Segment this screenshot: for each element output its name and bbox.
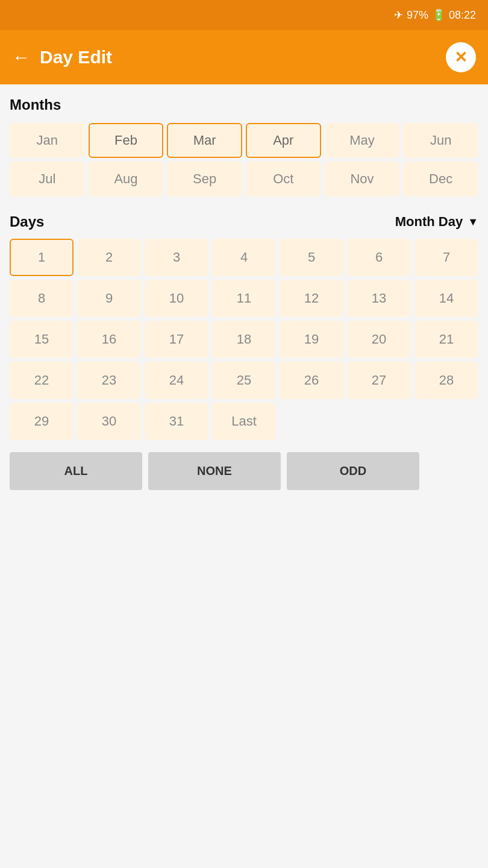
day-cell[interactable]: 29 [10,403,74,440]
day-cell[interactable]: 27 [347,362,411,399]
day-cell[interactable]: 26 [280,362,343,399]
day-cell[interactable]: 1 [10,239,74,276]
months-section-label: Months [10,96,478,113]
month-cell[interactable]: Feb [89,123,164,158]
day-cell[interactable]: 22 [10,362,74,399]
day-cell[interactable]: 6 [347,239,411,276]
battery-icon: 🔋 [432,8,445,22]
day-cell[interactable]: 4 [212,239,276,276]
month-day-label: Month Day [395,214,463,230]
month-cell[interactable]: Jun [403,123,478,158]
day-cell[interactable]: 16 [77,321,141,358]
month-cell[interactable]: Dec [403,162,478,197]
day-grid: 1234567891011121314151617181920212223242… [10,239,478,440]
day-cell[interactable]: 5 [280,239,343,276]
top-bar: ← Day Edit ✕ [0,30,488,84]
airplane-icon: ✈ [394,8,403,22]
status-bar: ✈ 97% 🔋 08:22 [0,0,488,30]
day-cell[interactable]: 20 [347,321,411,358]
day-cell[interactable]: 18 [212,321,276,358]
day-cell[interactable]: 9 [77,280,141,317]
days-header: Days Month Day ▼ [10,213,478,230]
month-cell[interactable]: Mar [167,123,242,158]
battery-percent: 97% [407,9,428,22]
status-bar-right: ✈ 97% 🔋 08:22 [394,8,476,22]
day-cell[interactable]: 25 [212,362,276,399]
page-title: Day Edit [40,47,112,68]
day-cell[interactable]: 12 [280,280,343,317]
chevron-down-icon: ▼ [468,216,478,228]
day-cell[interactable]: 10 [145,280,208,317]
day-cell[interactable]: 2 [77,239,141,276]
day-cell[interactable]: 13 [347,280,411,317]
month-cell[interactable]: Oct [246,162,321,197]
close-icon: ✕ [454,49,468,65]
clock-time: 08:22 [449,9,476,22]
month-cell[interactable]: Sep [167,162,242,197]
day-cell[interactable]: 24 [145,362,208,399]
day-cell[interactable]: 23 [77,362,141,399]
all-button[interactable]: ALL [10,452,142,490]
day-cell[interactable]: 8 [10,280,74,317]
day-cell[interactable]: 19 [280,321,343,358]
close-button[interactable]: ✕ [446,42,476,72]
month-cell[interactable]: Aug [89,162,164,197]
days-section-label: Days [10,213,44,230]
day-cell[interactable]: 28 [414,362,478,399]
day-cell[interactable]: 15 [10,321,74,358]
day-cell[interactable]: 17 [145,321,208,358]
day-cell[interactable]: 30 [77,403,141,440]
month-grid: JanFebMarAprMayJunJulAugSepOctNovDec [10,123,478,197]
odd-button[interactable]: ODD [287,452,419,490]
top-bar-left: ← Day Edit [12,47,112,68]
day-cell[interactable]: 7 [414,239,478,276]
month-cell[interactable]: May [325,123,400,158]
day-cell[interactable]: 21 [414,321,478,358]
month-cell[interactable]: Apr [246,123,321,158]
month-cell[interactable]: Nov [325,162,400,197]
main-content: Months JanFebMarAprMayJunJulAugSepOctNov… [0,84,488,868]
day-cell[interactable]: Last [212,403,276,440]
back-button[interactable]: ← [12,47,30,68]
month-day-dropdown[interactable]: Month Day ▼ [395,214,478,230]
day-cell[interactable]: 3 [145,239,208,276]
day-cell[interactable]: 31 [145,403,208,440]
month-cell[interactable]: Jan [10,123,85,158]
month-cell[interactable]: Jul [10,162,85,197]
day-cell[interactable]: 14 [414,280,478,317]
day-cell[interactable]: 11 [212,280,276,317]
none-button[interactable]: NONE [148,452,281,490]
bottom-buttons: ALL NONE ODD [10,452,478,490]
